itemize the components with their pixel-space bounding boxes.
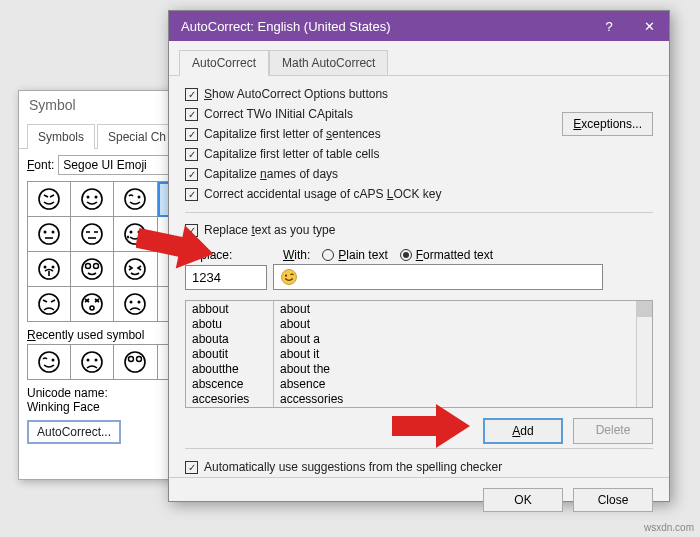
radio-formatted-text[interactable] <box>400 249 412 261</box>
svg-point-52 <box>82 352 102 372</box>
label-plain-text: Plain text <box>338 248 387 262</box>
list-item[interactable]: abotu <box>186 316 273 331</box>
autocorrect-button[interactable]: AutoCorrect... <box>27 420 121 444</box>
list-item[interactable]: about <box>274 316 636 331</box>
label-days: Capitalize names of days <box>204 167 338 181</box>
delete-button: Delete <box>573 418 653 444</box>
svg-point-50 <box>39 352 59 372</box>
list-item[interactable]: accesories <box>186 391 273 406</box>
svg-point-34 <box>125 259 145 279</box>
svg-point-56 <box>129 357 134 362</box>
list-with-column: about about about a about it about the a… <box>274 301 636 407</box>
watermark: wsxdn.com <box>644 522 694 533</box>
replace-input[interactable] <box>185 265 267 290</box>
checkbox-two-initial[interactable]: ✓ <box>185 108 198 121</box>
list-item[interactable]: accessories <box>274 391 636 406</box>
svg-point-11 <box>39 224 59 244</box>
svg-point-54 <box>95 359 98 362</box>
checkbox-days[interactable]: ✓ <box>185 168 198 181</box>
svg-point-19 <box>125 224 145 244</box>
exceptions-button[interactable]: Exceptions... <box>562 112 653 136</box>
emoji-cell[interactable] <box>71 182 114 217</box>
svg-line-2 <box>50 195 54 197</box>
list-item[interactable]: about <box>274 301 636 316</box>
checkbox-spelling-suggestions[interactable]: ✓ <box>185 461 198 474</box>
emoji-cell[interactable] <box>114 252 157 287</box>
svg-point-39 <box>39 294 59 314</box>
svg-line-40 <box>43 300 47 302</box>
close-icon[interactable]: ✕ <box>629 11 669 41</box>
radio-plain-text[interactable] <box>322 249 334 261</box>
emoji-cell[interactable] <box>28 217 71 252</box>
svg-point-4 <box>87 196 90 199</box>
svg-point-0 <box>39 189 59 209</box>
svg-point-20 <box>130 231 133 234</box>
svg-point-63 <box>285 274 287 276</box>
emoji-cell[interactable] <box>114 182 157 217</box>
emoji-cell[interactable] <box>28 287 71 322</box>
tab-math-autocorrect[interactable]: Math AutoCorrect <box>269 50 388 76</box>
list-item[interactable]: abbout <box>186 301 273 316</box>
emoji-cell[interactable] <box>114 217 157 252</box>
svg-point-28 <box>44 266 47 269</box>
emoji-cell[interactable] <box>28 345 71 380</box>
svg-point-57 <box>137 357 142 362</box>
emoji-cell[interactable] <box>71 345 114 380</box>
emoji-cell[interactable] <box>71 217 114 252</box>
list-item[interactable]: abouta <box>186 331 273 346</box>
tab-symbols[interactable]: Symbols <box>27 124 95 149</box>
svg-point-6 <box>125 189 145 209</box>
tabs: AutoCorrect Math AutoCorrect <box>169 41 669 76</box>
svg-point-7 <box>138 196 141 199</box>
list-item[interactable]: absence <box>274 376 636 391</box>
label-two-initial: Correct TWo INitial CApitals <box>204 107 353 121</box>
titlebar: AutoCorrect: English (United States) ? ✕ <box>169 11 669 41</box>
list-scrollbar[interactable] <box>636 301 652 407</box>
svg-point-55 <box>125 352 145 372</box>
tab-autocorrect[interactable]: AutoCorrect <box>179 50 269 76</box>
svg-point-29 <box>52 266 55 269</box>
emoji-cell[interactable] <box>28 252 71 287</box>
label-formatted-text: Formatted text <box>416 248 493 262</box>
list-item[interactable]: about a <box>274 331 636 346</box>
emoji-cell[interactable] <box>71 252 114 287</box>
font-label: Font: <box>27 158 54 172</box>
with-input[interactable] <box>273 264 603 290</box>
ok-button[interactable]: OK <box>483 488 563 512</box>
svg-point-32 <box>86 264 91 269</box>
svg-point-31 <box>82 259 102 279</box>
svg-point-53 <box>87 359 90 362</box>
checkbox-sentences[interactable]: ✓ <box>185 128 198 141</box>
unicode-name-label: Unicode name: <box>27 386 108 400</box>
emoji-cell[interactable] <box>114 287 157 322</box>
svg-line-1 <box>44 195 48 197</box>
svg-point-62 <box>282 270 297 285</box>
close-button[interactable]: Close <box>573 488 653 512</box>
checkbox-capslock[interactable]: ✓ <box>185 188 198 201</box>
svg-point-13 <box>52 231 55 234</box>
emoji-cell[interactable] <box>28 182 71 217</box>
svg-point-44 <box>125 294 145 314</box>
emoji-cell[interactable] <box>114 345 157 380</box>
tab-special-characters[interactable]: Special Ch <box>97 124 177 149</box>
svg-point-46 <box>138 301 141 304</box>
checkbox-show-options[interactable]: ✓ <box>185 88 198 101</box>
dialog-title: AutoCorrect: English (United States) <box>181 19 391 34</box>
checkbox-table-cells[interactable]: ✓ <box>185 148 198 161</box>
list-item[interactable]: abscence <box>186 376 273 391</box>
label-capslock: Correct accidental usage of cAPS LOCK ke… <box>204 187 441 201</box>
checkbox-replace-type[interactable]: ✓ <box>185 224 198 237</box>
list-item[interactable]: aboutthe <box>186 361 273 376</box>
list-item[interactable]: about the <box>274 361 636 376</box>
emoji-cell[interactable] <box>71 287 114 322</box>
list-replace-column: abbout abotu abouta aboutit aboutthe abs… <box>186 301 274 407</box>
help-icon[interactable]: ? <box>589 11 629 41</box>
svg-point-22 <box>127 236 129 239</box>
add-button[interactable]: Add <box>483 418 563 444</box>
svg-point-12 <box>44 231 47 234</box>
label-table-cells: Capitalize first letter of table cells <box>204 147 379 161</box>
list-item[interactable]: aboutit <box>186 346 273 361</box>
svg-point-42 <box>82 294 102 314</box>
list-item[interactable]: about it <box>274 346 636 361</box>
autocorrect-dialog: AutoCorrect: English (United States) ? ✕… <box>168 10 670 502</box>
